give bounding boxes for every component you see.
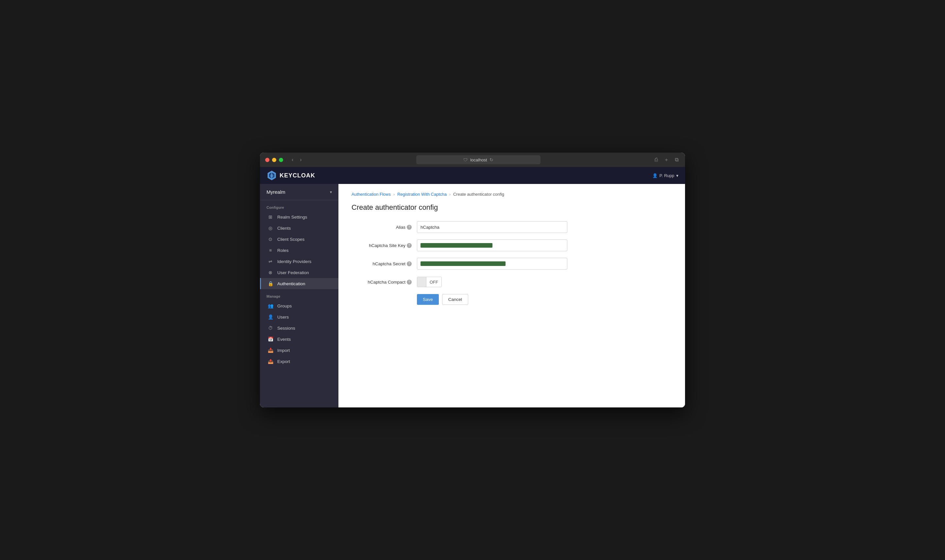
browser-controls: ‹ › <box>290 156 304 163</box>
toggle-box[interactable]: OFF <box>417 277 442 287</box>
user-federation-icon: ⊗ <box>267 270 273 275</box>
user-menu[interactable]: 👤 P. Rupp ▾ <box>652 173 678 178</box>
reload-icon[interactable]: ↻ <box>490 157 493 162</box>
site-key-input[interactable] <box>417 240 567 251</box>
alias-row: Alias ? <box>351 221 672 233</box>
form-buttons: Save Cancel <box>351 294 672 305</box>
export-icon: 📤 <box>267 359 273 364</box>
secret-label: hCaptcha Secret ? <box>351 262 417 266</box>
realm-settings-icon: ⊞ <box>267 214 273 220</box>
keycloak-logo: KEYCLOAK <box>267 170 315 181</box>
content-inner: Authentication Flows › Registration With… <box>338 184 685 408</box>
site-key-label: hCaptcha Site Key ? <box>351 243 417 248</box>
browser-titlebar: ‹ › 🛡 localhost ↻ ⎙ ＋ ⧉ <box>260 152 685 167</box>
minimize-button[interactable] <box>272 158 276 162</box>
sidebar-item-label: Authentication <box>277 281 305 286</box>
close-button[interactable] <box>265 158 270 162</box>
sidebar-item-roles[interactable]: ≡ Roles <box>260 245 338 256</box>
address-bar-wrapper: 🛡 localhost ↻ <box>308 155 649 165</box>
compact-help-icon[interactable]: ? <box>407 280 412 285</box>
clients-icon: ◎ <box>267 225 273 231</box>
breadcrumb-authentication-flows[interactable]: Authentication Flows <box>351 192 391 197</box>
toggle-off-label: OFF <box>426 277 441 287</box>
sidebar-item-label: Export <box>277 359 290 364</box>
groups-icon: 👥 <box>267 303 273 308</box>
sidebar-toggle-button[interactable]: ⧉ <box>674 156 680 163</box>
sidebar-item-users[interactable]: 👤 Users <box>260 311 338 323</box>
sidebar-item-authentication[interactable]: 🔒 Authentication <box>260 278 338 289</box>
shield-icon: 🛡 <box>463 157 468 162</box>
alias-input[interactable] <box>417 221 567 233</box>
secret-input[interactable] <box>417 258 567 269</box>
site-key-value-bar <box>421 243 492 248</box>
secret-value-bar <box>421 262 506 266</box>
identity-providers-icon: ⇌ <box>267 259 273 264</box>
site-key-help-icon[interactable]: ? <box>407 243 412 248</box>
content-area: Authentication Flows › Registration With… <box>338 184 685 408</box>
page-title: Create authenticator config <box>351 203 672 212</box>
sidebar-item-groups[interactable]: 👥 Groups <box>260 300 338 311</box>
sidebar-item-import[interactable]: 📥 Import <box>260 345 338 356</box>
users-icon: 👤 <box>267 314 273 320</box>
app-container: KEYCLOAK 👤 P. Rupp ▾ Myrealm ▾ Configure… <box>260 167 685 408</box>
sidebar-item-label: User Federation <box>277 270 309 275</box>
forward-button[interactable]: › <box>298 156 304 163</box>
new-tab-button[interactable]: ＋ <box>663 156 670 164</box>
sidebar-item-label: Clients <box>277 226 291 231</box>
maximize-button[interactable] <box>279 158 283 162</box>
sidebar-item-label: Import <box>277 348 290 353</box>
realm-name: Myrealm <box>267 189 285 195</box>
breadcrumb: Authentication Flows › Registration With… <box>351 192 672 197</box>
user-chevron-icon: ▾ <box>676 173 678 178</box>
realm-chevron-icon: ▾ <box>330 190 332 194</box>
sidebar-item-events[interactable]: 📅 Events <box>260 334 338 345</box>
alias-help-icon[interactable]: ? <box>407 225 412 230</box>
save-button[interactable]: Save <box>417 294 439 305</box>
app-header: KEYCLOAK 👤 P. Rupp ▾ <box>260 167 685 184</box>
compact-label: hCaptcha Compact ? <box>351 280 417 285</box>
sidebar-item-label: Users <box>277 315 289 320</box>
sessions-icon: ⏱ <box>267 325 273 331</box>
browser-window: ‹ › 🛡 localhost ↻ ⎙ ＋ ⧉ <box>260 152 685 408</box>
sidebar-item-identity-providers[interactable]: ⇌ Identity Providers <box>260 256 338 267</box>
breadcrumb-separator-2: › <box>449 192 450 197</box>
sidebar: Myrealm ▾ Configure ⊞ Realm Settings ◎ C… <box>260 184 338 408</box>
sidebar-item-clients[interactable]: ◎ Clients <box>260 223 338 234</box>
sidebar-item-client-scopes[interactable]: ⊙ Client Scopes <box>260 234 338 245</box>
keycloak-logo-icon <box>267 170 277 181</box>
logo-text: KEYCLOAK <box>280 172 315 179</box>
compact-toggle[interactable]: OFF <box>417 277 442 287</box>
toggle-knob <box>417 277 426 287</box>
browser-actions: ⎙ ＋ ⧉ <box>653 156 680 164</box>
sidebar-item-sessions[interactable]: ⏱ Sessions <box>260 323 338 334</box>
breadcrumb-current: Create authenticator config <box>453 192 504 197</box>
url-text: localhost <box>470 157 487 162</box>
sidebar-item-label: Groups <box>277 303 292 308</box>
sidebar-item-label: Realm Settings <box>277 215 307 220</box>
alias-label: Alias ? <box>351 225 417 230</box>
traffic-lights <box>265 158 283 162</box>
sidebar-item-user-federation[interactable]: ⊗ User Federation <box>260 267 338 278</box>
configure-section-label: Configure <box>260 200 338 211</box>
sidebar-item-label: Events <box>277 337 291 342</box>
main-area: Myrealm ▾ Configure ⊞ Realm Settings ◎ C… <box>260 184 685 408</box>
sidebar-item-label: Sessions <box>277 326 295 331</box>
roles-icon: ≡ <box>267 248 273 253</box>
sidebar-item-label: Roles <box>277 248 289 253</box>
sidebar-item-label: Identity Providers <box>277 259 311 264</box>
address-bar[interactable]: 🛡 localhost ↻ <box>416 155 541 165</box>
back-button[interactable]: ‹ <box>290 156 295 163</box>
sidebar-item-realm-settings[interactable]: ⊞ Realm Settings <box>260 211 338 223</box>
secret-help-icon[interactable]: ? <box>407 262 412 266</box>
client-scopes-icon: ⊙ <box>267 237 273 242</box>
import-icon: 📥 <box>267 348 273 353</box>
share-button[interactable]: ⎙ <box>653 156 659 163</box>
sidebar-item-label: Client Scopes <box>277 237 304 242</box>
events-icon: 📅 <box>267 337 273 342</box>
realm-selector[interactable]: Myrealm ▾ <box>260 184 338 200</box>
sidebar-item-export[interactable]: 📤 Export <box>260 356 338 367</box>
breadcrumb-separator-1: › <box>393 192 395 197</box>
cancel-button[interactable]: Cancel <box>442 294 468 305</box>
breadcrumb-registration-with-captcha[interactable]: Registration With Captcha <box>397 192 447 197</box>
user-name: P. Rupp <box>660 173 674 178</box>
